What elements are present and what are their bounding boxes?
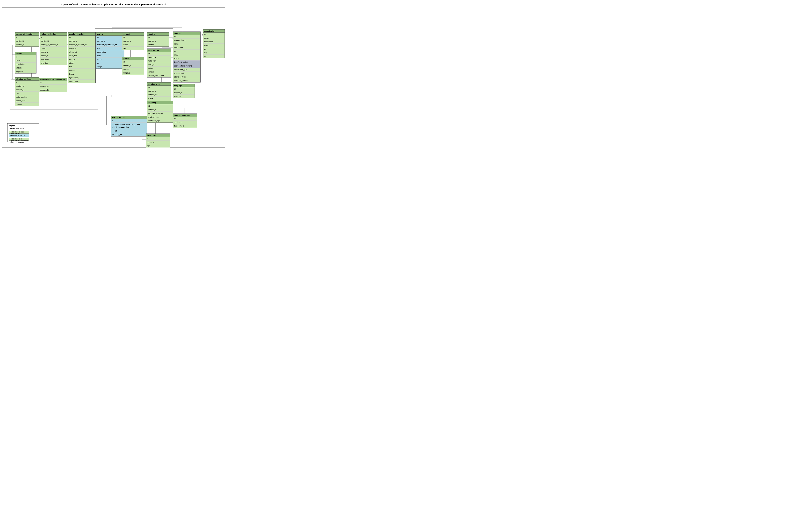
field-location-id: location_id (15, 84, 39, 88)
field-source: source (147, 43, 169, 46)
table-eligibility: eligibility id service_id eligibility (e… (147, 101, 173, 123)
field-sal-id: service_at_location_id (68, 43, 95, 47)
table-header: review (96, 32, 124, 36)
field-contact-id: contact_id (122, 64, 144, 68)
field-description: description (15, 62, 36, 66)
field-id: id (146, 137, 170, 140)
field-language: language (173, 95, 194, 98)
table-header: location (15, 52, 36, 55)
field-latitude: latitude (15, 66, 36, 70)
field-attending-type: attending_type (173, 75, 200, 79)
field-uri: uri (203, 55, 224, 58)
field-score: score (96, 58, 124, 61)
table-header: funding (147, 32, 169, 36)
field-opens-at: opens_at (40, 50, 67, 54)
field-email: email (173, 53, 200, 57)
legend-item-green2: Field/Property in OpenReferral (extensio… (9, 138, 37, 141)
field-widget: widget (96, 65, 124, 69)
table-header: language (173, 84, 194, 87)
field-location-id: location_id (39, 85, 67, 88)
field-valid-from: valid_from (68, 54, 95, 58)
field-taxonomy-id: taxonomy_id (111, 133, 147, 136)
table-header: service (173, 32, 200, 35)
field-description: description (203, 40, 224, 44)
table-link-taxonomy: link_taxonomy id link_type (service_area… (111, 116, 147, 136)
table-service-taxonomy: service_taxonomy id service_id taxonomy_… (173, 114, 197, 128)
field-closed: closed (40, 47, 67, 50)
field-reviewer-org-id: reviewer_organization_id (96, 43, 124, 47)
table-header: phone (122, 57, 144, 60)
field-service-id: service_id (173, 120, 197, 124)
field-org-id: organization_id (173, 39, 200, 42)
field-id: id (173, 87, 194, 91)
field-freq: freq (68, 65, 95, 69)
field-service-id: service_id (15, 39, 39, 43)
table-organization: organization id name description email u… (203, 29, 225, 58)
field-link-type: link_type (service_area, cost_option, el… (111, 123, 147, 129)
legend-item-blue: Extension by the UK (9, 134, 37, 137)
field-byday: byday (68, 72, 95, 76)
legend-item-header: Table/Class name (9, 127, 37, 130)
field-valid-from: valid_from (147, 59, 171, 63)
field-id: id (147, 52, 171, 56)
field-id: id (173, 117, 197, 120)
field-max-age: maximum_age (147, 119, 173, 122)
field-postal: postal_code (15, 99, 39, 103)
field-url: url (173, 49, 200, 53)
legend-title: Legend (9, 124, 37, 126)
table-physical-address: physical_address id location_id address_… (15, 77, 39, 106)
table-review: review id service_id reviewer_organizati… (96, 32, 124, 69)
table-holiday-schedule: holiday_schedule id service_id service_a… (40, 32, 67, 65)
field-accreditations: accreditations (review) (173, 64, 200, 68)
table-regular-schedule: regular_schedule id service_id service_a… (68, 32, 96, 83)
legend-item-green: Field/Property from OpenReferral (9, 131, 37, 134)
table-header: service_at_location (15, 32, 39, 36)
field-valid-to: valid_to (68, 58, 95, 61)
field-country: country (15, 103, 39, 106)
field-description: description (68, 80, 95, 83)
field-opens-at: opens_at (68, 47, 95, 50)
table-phone: phone id contact_id number language (122, 57, 144, 75)
field-amount-desc: amount_description (147, 74, 171, 77)
table-header: holiday_schedule (40, 32, 67, 36)
svg-line-58 (111, 96, 112, 97)
field-service-id: service_id (40, 39, 67, 43)
field-service-id: service_id (96, 39, 124, 43)
field-dtstart: dtstart (68, 61, 95, 65)
table-language: language id service_id language (173, 84, 195, 98)
field-date: date (96, 54, 124, 58)
field-title: title (96, 47, 124, 50)
svg-line-57 (111, 95, 112, 96)
field-title: title (122, 47, 144, 50)
field-id: id (39, 81, 67, 85)
field-min-age: minimum_age (147, 115, 173, 119)
field-sal-id: service_at_location_id (40, 43, 67, 47)
field-name: name (173, 42, 200, 46)
legend: Legend Table/Class name Field/Property f… (7, 123, 39, 142)
field-id: id (203, 33, 224, 36)
table-header: service_area (147, 82, 171, 86)
field-service-id: service_id (147, 39, 169, 43)
legend-box-blue: Extension by the UK (9, 134, 29, 137)
field-logo: logo (203, 51, 224, 55)
table-header: cost_option (147, 49, 171, 52)
field-fees: fees (cost_option) (173, 60, 200, 64)
legend-box-green2: Field/Property in OpenReferral (extensio… (9, 138, 29, 141)
field-location-id: location_id (15, 43, 39, 46)
field-id: id (15, 36, 39, 39)
field-name: name (122, 43, 144, 47)
field-amount: amount (147, 70, 171, 74)
table-accessibility: accessibility_for_disabilities id locati… (39, 78, 67, 92)
field-url: url (96, 61, 124, 65)
field-language: language (122, 71, 144, 75)
field-id: id (15, 55, 36, 59)
field-extent: extent (147, 97, 171, 100)
field-description: description (173, 46, 200, 49)
table-header: organization (203, 30, 224, 33)
table-service-area: service_area id service_id service_area … (147, 82, 171, 104)
field-service-id: service_id (122, 39, 144, 43)
field-end-date: end_date (40, 61, 67, 65)
field-eligibility: eligibility (eligibility) (147, 112, 173, 115)
field-attending-access: attending_access (173, 79, 200, 82)
field-name: name (203, 36, 224, 40)
